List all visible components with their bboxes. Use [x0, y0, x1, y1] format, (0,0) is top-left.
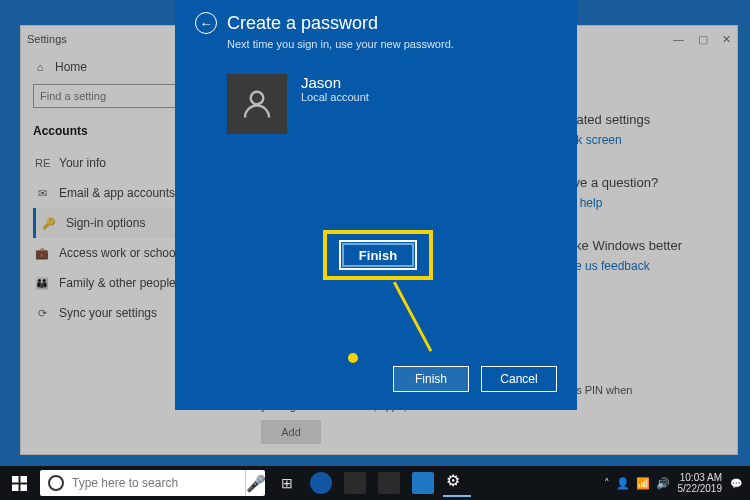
- dialog-title: Create a password: [227, 13, 378, 34]
- user-type: Local account: [301, 91, 369, 103]
- cancel-button[interactable]: Cancel: [481, 366, 557, 392]
- close-icon[interactable]: ✕: [722, 33, 731, 46]
- maximize-icon[interactable]: ▢: [698, 33, 708, 46]
- dialog-subtitle: Next time you sign in, use your new pass…: [175, 38, 577, 50]
- people-icon: 👪: [35, 277, 49, 290]
- taskbar-app-settings[interactable]: ⚙: [443, 469, 471, 497]
- svg-rect-2: [20, 476, 27, 483]
- briefcase-icon: 💼: [35, 247, 49, 260]
- clock-time: 10:03 AM: [678, 472, 723, 483]
- minimize-icon[interactable]: —: [673, 33, 684, 46]
- annotation-dot: [348, 353, 358, 363]
- gear-icon: ⚙: [446, 471, 468, 493]
- sidebar-item-label: Email & app accounts: [59, 186, 175, 200]
- clock-date: 5/22/2019: [678, 483, 723, 494]
- get-help-link[interactable]: Get help: [557, 196, 725, 210]
- taskbar-app-edge[interactable]: [307, 469, 335, 497]
- question-header: Have a question?: [557, 175, 725, 190]
- svg-point-0: [251, 92, 264, 105]
- window-buttons: — ▢ ✕: [673, 33, 731, 46]
- create-password-dialog: ← Create a password Next time you sign i…: [175, 0, 577, 410]
- tray-people-icon[interactable]: 👤: [616, 477, 630, 490]
- notifications-icon[interactable]: 💬: [730, 478, 742, 489]
- sync-icon: ⟳: [35, 307, 49, 320]
- svg-rect-1: [12, 476, 19, 483]
- arrow-left-icon: ←: [200, 16, 213, 31]
- search-icon: [48, 475, 64, 491]
- taskbar: Type here to search 🎤 ⊞ ⚙ ˄ 👤 📶 🔊 10:03 …: [0, 466, 750, 500]
- key-icon: 🔑: [42, 217, 56, 230]
- taskbar-clock[interactable]: 10:03 AM 5/22/2019: [678, 472, 723, 494]
- mail-icon: ✉: [35, 187, 49, 200]
- taskbar-app-store[interactable]: [375, 469, 403, 497]
- finish-button[interactable]: Finish: [393, 366, 469, 392]
- sidebar-item-label: Sync your settings: [59, 306, 157, 320]
- add-pin-button[interactable]: Add: [261, 420, 321, 444]
- avatar: [227, 74, 287, 134]
- annotation-line: [393, 282, 432, 352]
- windows-icon: [12, 476, 27, 491]
- related-settings-header: Related settings: [557, 112, 725, 127]
- feedback-link[interactable]: Give us feedback: [557, 259, 725, 273]
- svg-rect-4: [20, 484, 27, 491]
- home-icon: ⌂: [33, 61, 47, 73]
- sidebar-item-label: Family & other people: [59, 276, 176, 290]
- svg-rect-3: [12, 484, 19, 491]
- mic-icon[interactable]: 🎤: [245, 470, 265, 496]
- annotation-highlight: Finish: [323, 230, 433, 280]
- taskbar-search[interactable]: Type here to search 🎤: [40, 470, 265, 496]
- tray-volume-icon[interactable]: 🔊: [656, 477, 670, 490]
- window-title: Settings: [27, 33, 67, 45]
- user-name: Jason: [301, 74, 369, 91]
- taskbar-app-explorer[interactable]: [341, 469, 369, 497]
- sidebar-item-label: Your info: [59, 156, 106, 170]
- user-icon: [239, 86, 275, 122]
- person-icon: RE: [35, 157, 49, 169]
- taskbar-app-mail[interactable]: [409, 469, 437, 497]
- search-placeholder: Type here to search: [72, 476, 178, 490]
- feedback-header: Make Windows better: [557, 238, 725, 253]
- sidebar-item-label: Sign-in options: [66, 216, 145, 230]
- back-button[interactable]: ←: [195, 12, 217, 34]
- home-label: Home: [55, 60, 87, 74]
- system-tray: ˄ 👤 📶 🔊 10:03 AM 5/22/2019 💬: [604, 472, 751, 494]
- tray-chevron-icon[interactable]: ˄: [604, 477, 610, 490]
- user-block: Jason Local account: [175, 56, 577, 134]
- finish-button-large[interactable]: Finish: [339, 240, 417, 270]
- tray-network-icon[interactable]: 📶: [636, 477, 650, 490]
- sidebar-item-label: Access work or school: [59, 246, 178, 260]
- lock-screen-link[interactable]: Lock screen: [557, 133, 725, 147]
- start-button[interactable]: [0, 466, 38, 500]
- task-view-icon[interactable]: ⊞: [273, 469, 301, 497]
- taskbar-apps: ⊞ ⚙: [273, 469, 471, 497]
